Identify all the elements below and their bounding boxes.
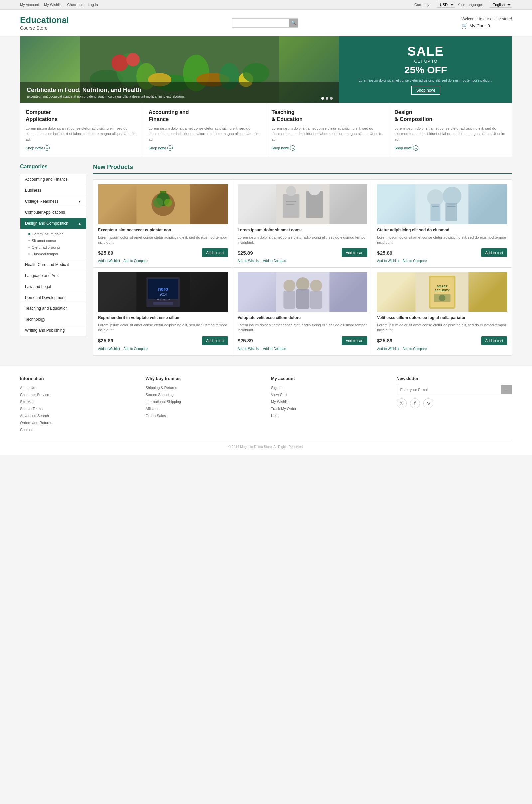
wishlist-link-0[interactable]: Add to Wishlist — [98, 259, 120, 262]
feature-shop-link-0[interactable]: Shop now! → — [25, 145, 138, 151]
sidebar-item-technology[interactable]: Technology — [20, 314, 86, 325]
footer-link-affiliates[interactable]: Affiliates — [146, 407, 159, 410]
dot-3[interactable] — [330, 97, 332, 99]
compare-link-5[interactable]: Add to Compare — [402, 347, 426, 351]
arrow-circle-icon-2: → — [290, 145, 295, 151]
sidebar-item-computer-applications[interactable]: Computer Applications — [20, 207, 86, 218]
sidebar-item-teaching-education[interactable]: Teaching and Education — [20, 303, 86, 314]
wishlist-link-1[interactable]: Add to Wishlist — [238, 259, 260, 262]
footer-link-orders-returns[interactable]: Orders and Returns — [20, 421, 52, 425]
wishlist-link-4[interactable]: Add to Wishlist — [238, 347, 260, 351]
search-button[interactable]: 🔍 — [289, 19, 298, 27]
my-wishlist-link[interactable]: My Wishlist — [44, 3, 62, 7]
submenu-item-0[interactable]: Lorem ipsum dolor — [20, 231, 86, 237]
rss-icon[interactable]: ∿ — [423, 398, 433, 408]
product-actions-2: $25.89 Add to cart — [377, 248, 507, 257]
top-bar-right: Currency: USD Your Language: English — [414, 2, 512, 8]
footer-link-sign-in[interactable]: Sign In — [271, 386, 282, 390]
submenu-item-3[interactable]: Eiusmod tempor — [20, 251, 86, 257]
feature-shop-link-1[interactable]: Shop now! → — [149, 145, 261, 151]
compare-link-0[interactable]: Add to Compare — [124, 259, 148, 262]
product-links-3: Add to Wishlist Add to Compare — [98, 347, 228, 351]
footer-link-group-sales[interactable]: Group Sales — [146, 414, 166, 418]
dot-1[interactable] — [321, 97, 324, 99]
footer: Information About Us Customer Service Si… — [0, 366, 532, 455]
my-account-link[interactable]: My Account — [20, 3, 39, 7]
footer-link-track-order[interactable]: Track My Order — [271, 407, 296, 410]
add-to-cart-button-0[interactable]: Add to cart — [202, 248, 228, 257]
sidebar-item-language-arts[interactable]: Language and Arts — [20, 270, 86, 281]
footer-link-view-cart[interactable]: View Cart — [271, 393, 287, 397]
sidebar-item-law-legal[interactable]: Law and Legal — [20, 281, 86, 292]
product-actions-1: $25.89 Add to cart — [238, 248, 368, 257]
newsletter-submit-button[interactable]: → — [501, 385, 512, 394]
feature-shop-link-2[interactable]: Shop now! → — [272, 145, 384, 151]
cart-summary[interactable]: 🛒 My Cart: 0 — [461, 23, 512, 29]
product-desc-5: Lorem ipsum dolor sit amet conse ctetur … — [377, 323, 507, 333]
sidebar-item-personal-development[interactable]: Personal Development — [20, 292, 86, 303]
footer-link-site-map[interactable]: Site Map — [20, 400, 34, 404]
sidebar-item-writing-publishing[interactable]: Writing and Publishing — [20, 325, 86, 336]
footer-link-contact[interactable]: Contact — [20, 427, 33, 432]
product-price-4: $25.89 — [238, 338, 253, 343]
search-input[interactable] — [232, 19, 289, 27]
compare-link-1[interactable]: Add to Compare — [263, 259, 287, 262]
sidebar-item-college-readiness[interactable]: College Readiness ▼ — [20, 196, 86, 207]
wishlist-link-2[interactable]: Add to Wishlist — [377, 259, 399, 262]
sidebar-item-healthcare[interactable]: Health Care and Medical — [20, 259, 86, 270]
footer-link-about[interactable]: About Us — [20, 386, 35, 390]
compare-link-2[interactable]: Add to Compare — [402, 259, 426, 262]
footer-link-search-terms[interactable]: Search Terms — [20, 407, 42, 410]
wishlist-link-5[interactable]: Add to Wishlist — [377, 347, 399, 351]
footer-information: Information About Us Customer Service Si… — [20, 376, 136, 434]
footer-why-buy-list: Shipping & Returns Secure Shopping Inter… — [146, 385, 261, 418]
feature-shop-link-3[interactable]: Shop now! → — [394, 145, 507, 151]
banner-shop-now-button[interactable]: Shop now! — [411, 86, 440, 95]
dot-2[interactable] — [325, 97, 328, 99]
footer-link-international[interactable]: International Shipping — [146, 400, 181, 404]
language-select[interactable]: English — [490, 2, 512, 8]
sidebar-submenu: Lorem ipsum dolor Sit amet conse Ctetur … — [20, 229, 86, 259]
add-to-cart-button-5[interactable]: Add to cart — [481, 336, 507, 345]
svg-rect-18 — [159, 191, 166, 193]
sidebar-title: Categories — [20, 164, 87, 170]
footer-link-secure-shopping[interactable]: Secure Shopping — [146, 393, 174, 397]
footer-link-customer-service[interactable]: Customer Service — [20, 393, 49, 397]
compare-link-4[interactable]: Add to Compare — [263, 347, 287, 351]
svg-point-43 — [310, 279, 322, 292]
currency-select[interactable]: USD — [437, 2, 455, 8]
twitter-icon[interactable]: 𝕏 — [397, 398, 407, 408]
footer-link-advanced-search[interactable]: Advanced Search — [20, 414, 49, 418]
add-to-cart-button-2[interactable]: Add to cart — [481, 248, 507, 257]
banner-title: Certificate in Food, Nutrition, and Heal… — [26, 87, 332, 93]
submenu-item-2[interactable]: Ctetur adipisicing — [20, 244, 86, 251]
add-to-cart-button-4[interactable]: Add to cart — [342, 336, 367, 345]
footer-link-shipping[interactable]: Shipping & Returns — [146, 386, 177, 390]
footer-link-wishlist[interactable]: My Wishlist — [271, 400, 290, 404]
footer-info-list: About Us Customer Service Site Map Searc… — [20, 385, 136, 432]
facebook-icon[interactable]: f — [410, 398, 420, 408]
product-title-5: Velit esse cillum dolore eu fugiat nulla… — [377, 315, 507, 321]
wishlist-link-3[interactable]: Add to Wishlist — [98, 347, 120, 351]
svg-rect-44 — [283, 291, 295, 309]
logo[interactable]: Educational Course Store — [20, 15, 69, 31]
compare-link-3[interactable]: Add to Compare — [124, 347, 148, 351]
logo-line1: Educational — [20, 15, 69, 25]
footer-link-help[interactable]: Help — [271, 414, 279, 418]
sidebar-item-accounting[interactable]: Accounting and Finance — [20, 174, 86, 185]
svg-point-16 — [153, 198, 163, 208]
svg-point-17 — [164, 199, 172, 207]
sidebar-item-business[interactable]: Business — [20, 185, 86, 196]
product-actions-0: $25.89 Add to cart — [98, 248, 228, 257]
svg-rect-39 — [153, 302, 173, 305]
add-to-cart-button-1[interactable]: Add to cart — [342, 248, 367, 257]
login-link[interactable]: Log In — [88, 3, 98, 7]
welcome-text: Welcome to our online store! — [461, 17, 512, 21]
product-image-3: nero 2014 PLATINUM — [98, 272, 228, 312]
checkout-link[interactable]: Checkout — [68, 3, 83, 7]
add-to-cart-button-3[interactable]: Add to cart — [202, 336, 228, 345]
newsletter-email-input[interactable] — [397, 385, 501, 394]
svg-point-41 — [283, 279, 295, 292]
sidebar-item-design-composition[interactable]: Design and Composition ▲ — [20, 218, 86, 229]
submenu-item-1[interactable]: Sit amet conse — [20, 237, 86, 244]
